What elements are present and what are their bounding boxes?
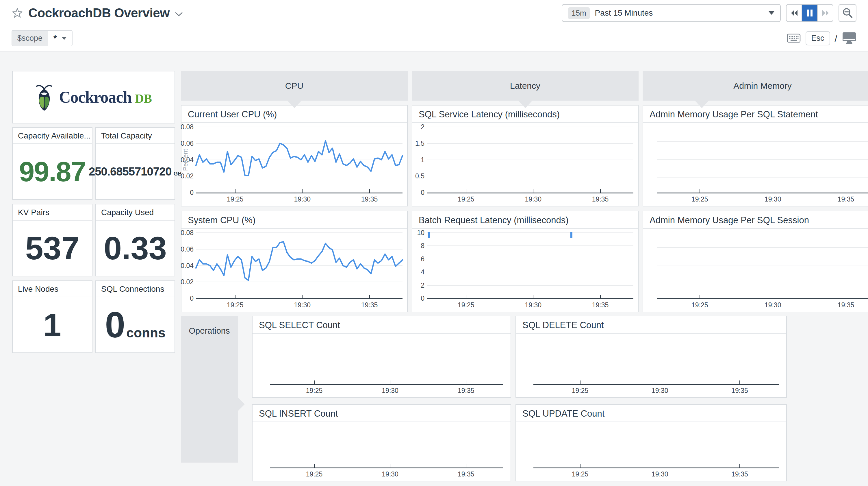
x-axis-tick bbox=[846, 189, 846, 193]
y-tick-label: 10 bbox=[404, 229, 425, 237]
x-tick-label: 19:30 bbox=[516, 195, 551, 203]
panel-sql-update-count[interactable]: SQL UPDATE Count 19:2519:3019:35 bbox=[516, 404, 787, 481]
cockroachdb-logo-card[interactable]: CockroachDB bbox=[12, 71, 175, 123]
stat-card-grid: Capacity Available... 99.87 Total Capaci… bbox=[12, 127, 175, 353]
stat-card-title: KV Pairs bbox=[13, 204, 92, 221]
panel-title: SQL INSERT Count bbox=[252, 405, 510, 422]
panel-sql-delete-count[interactable]: SQL DELETE Count 19:2519:3019:35 bbox=[516, 316, 787, 398]
stat-card-live-nodes[interactable]: Live Nodes 1 bbox=[12, 281, 92, 353]
x-axis-tick bbox=[700, 295, 700, 298]
stat-card-title: Capacity Available... bbox=[13, 128, 92, 144]
x-axis-line bbox=[427, 298, 633, 299]
group-notch bbox=[694, 100, 709, 108]
y-tick-label: 6 bbox=[404, 255, 425, 263]
x-tick-label: 19:35 bbox=[352, 195, 387, 203]
dashboard-canvas: CockroachDB Capacity Available... 99.87 … bbox=[0, 52, 868, 486]
stat-card-sql-connections[interactable]: SQL Connections 0 conns bbox=[95, 281, 175, 353]
esc-key-badge: Esc bbox=[806, 31, 830, 46]
x-axis-tick bbox=[580, 380, 581, 384]
y-tick-label: 0.08 bbox=[174, 229, 194, 237]
x-axis-tick bbox=[466, 380, 466, 384]
x-axis-tick bbox=[314, 464, 315, 467]
stat-card-kv-pairs[interactable]: KV Pairs 537 bbox=[12, 204, 92, 277]
stat-card-capacity-available[interactable]: Capacity Available... 99.87 bbox=[12, 127, 92, 200]
x-axis-tick bbox=[739, 380, 740, 384]
chart-plot[interactable]: 19:2519:3019:35 bbox=[516, 422, 786, 481]
chart-plot[interactable]: 00.020.040.060.0819:2519:3019:35Percent bbox=[182, 123, 407, 206]
panel-current-user-cpu[interactable]: Current User CPU (%) 00.020.040.060.0819… bbox=[181, 105, 408, 206]
clipped-spike bbox=[570, 232, 572, 238]
line-series bbox=[196, 126, 403, 193]
chart-plot[interactable]: 19:2519:3019:35 bbox=[252, 422, 510, 481]
zoom-out-button[interactable] bbox=[839, 4, 857, 22]
x-axis-tick bbox=[580, 464, 581, 467]
x-axis-tick bbox=[700, 189, 700, 193]
template-variable-value: * bbox=[54, 33, 57, 43]
chart-plot[interactable]: 19:2519:3019:35 bbox=[516, 334, 786, 397]
chart-plot[interactable]: 024681019:2519:3019:35 bbox=[412, 229, 638, 312]
chart-plot[interactable]: 00.020.040.060.0819:2519:3019:35 bbox=[182, 229, 407, 312]
line-series bbox=[196, 232, 403, 299]
panel-title: Admin Memory Usage Per SQL Statement bbox=[643, 106, 868, 123]
time-range-selector[interactable]: 15m Past 15 Minutes bbox=[562, 4, 781, 22]
panel-title: SQL Service Latency (milliseconds) bbox=[412, 106, 638, 123]
panel-sql-insert-count[interactable]: SQL INSERT Count 19:2519:3019:35 bbox=[252, 404, 511, 481]
pause-button[interactable] bbox=[802, 5, 818, 21]
y-tick-label: 0 bbox=[404, 294, 425, 303]
x-tick-label: 19:25 bbox=[297, 470, 332, 478]
tv-mode-monitor-icon[interactable] bbox=[842, 32, 857, 45]
stat-card-total-capacity[interactable]: Total Capacity 250.6855710720 GB bbox=[95, 127, 175, 200]
fast-forward-button[interactable] bbox=[818, 5, 833, 21]
y-tick-label: 0.04 bbox=[174, 262, 194, 270]
y-tick-label: 4 bbox=[404, 268, 425, 276]
panel-admin-memory-per-statement[interactable]: Admin Memory Usage Per SQL Statement 19:… bbox=[643, 105, 868, 206]
operations-column-left: SQL SELECT Count 19:2519:3019:35 SQL INS… bbox=[252, 316, 511, 481]
x-axis-tick bbox=[660, 464, 660, 467]
x-axis-line bbox=[533, 384, 779, 385]
x-tick-label: 19:30 bbox=[755, 301, 790, 309]
x-tick-label: 19:30 bbox=[373, 470, 407, 478]
panel-batch-request-latency[interactable]: Batch Request Latency (milliseconds) 024… bbox=[412, 211, 639, 312]
group-header-admin-memory[interactable]: Admin Memory bbox=[643, 71, 868, 101]
chart-plot[interactable]: 19:2519:3019:35 bbox=[643, 229, 868, 312]
group-cpu: CPU Current User CPU (%) 00.020.040.060.… bbox=[181, 71, 408, 312]
x-axis-tick bbox=[600, 189, 601, 193]
title-row: CockroachDB Overview 15m Past 15 Minutes bbox=[0, 0, 868, 26]
cockroach-bug-icon bbox=[35, 83, 53, 112]
chart-plot[interactable]: 00.511.5219:2519:3019:35 bbox=[412, 123, 638, 206]
rewind-button[interactable] bbox=[786, 5, 802, 21]
gridline bbox=[657, 159, 868, 160]
group-header-cpu[interactable]: CPU bbox=[181, 71, 408, 101]
panel-title: Admin Memory Usage Per SQL Session bbox=[643, 211, 868, 229]
group-header-label: Admin Memory bbox=[733, 81, 792, 91]
x-axis-tick bbox=[739, 464, 740, 467]
panel-sql-select-count[interactable]: SQL SELECT Count 19:2519:3019:35 bbox=[252, 316, 511, 398]
left-widget-column: CockroachDB Capacity Available... 99.87 … bbox=[12, 71, 175, 353]
chart-plot[interactable]: 19:2519:3019:35 bbox=[643, 123, 868, 206]
template-variable-scope[interactable]: $scope * bbox=[11, 30, 72, 46]
template-variable-value-dropdown[interactable]: * bbox=[48, 31, 72, 46]
x-axis-tick bbox=[390, 464, 391, 467]
panel-title: Batch Request Latency (milliseconds) bbox=[412, 211, 638, 229]
title-menu-chevron-down-icon[interactable] bbox=[175, 11, 183, 17]
x-axis-tick bbox=[533, 295, 533, 298]
group-header-operations[interactable]: Operations bbox=[181, 316, 238, 463]
chart-plot[interactable]: 19:2519:3019:35 bbox=[252, 334, 510, 397]
logo-wordmark: Cockroach bbox=[59, 88, 131, 106]
panel-system-cpu[interactable]: System CPU (%) 00.020.040.060.0819:2519:… bbox=[181, 211, 408, 312]
x-axis-tick bbox=[390, 380, 391, 384]
y-tick-label: 0.02 bbox=[174, 278, 194, 286]
stat-value: 99.87 bbox=[19, 156, 86, 188]
group-header-latency[interactable]: Latency bbox=[412, 71, 639, 101]
favorite-star-icon[interactable] bbox=[11, 7, 23, 19]
panel-sql-service-latency[interactable]: SQL Service Latency (milliseconds) 00.51… bbox=[412, 105, 639, 206]
y-tick-label: 0.06 bbox=[174, 245, 194, 253]
y-tick-label: 0 bbox=[174, 294, 194, 303]
x-tick-label: 19:30 bbox=[755, 195, 790, 203]
x-axis-line bbox=[657, 193, 868, 193]
stat-card-capacity-used[interactable]: Capacity Used 0.33 bbox=[95, 204, 175, 277]
stat-value: 0 bbox=[105, 304, 125, 346]
x-axis-tick bbox=[660, 380, 660, 384]
time-range-caret-icon bbox=[769, 11, 774, 15]
panel-admin-memory-per-session[interactable]: Admin Memory Usage Per SQL Session 19:25… bbox=[643, 211, 868, 312]
